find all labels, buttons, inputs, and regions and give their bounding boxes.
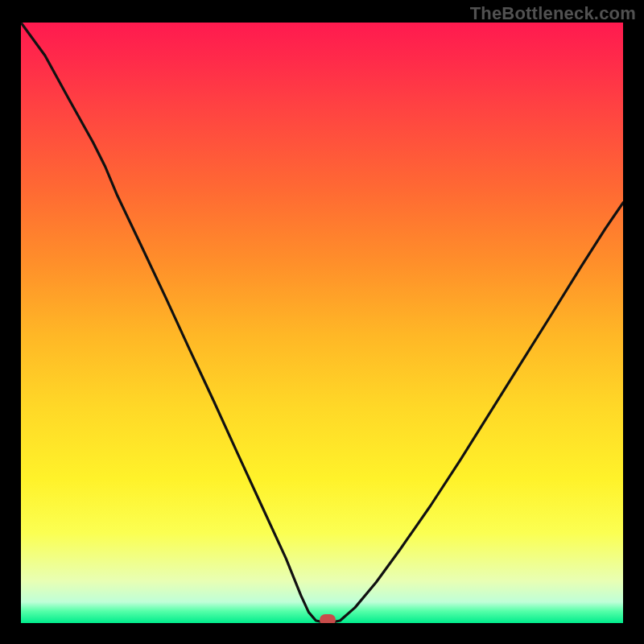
bottleneck-curve xyxy=(21,23,623,623)
chart-container: TheBottleneck.com xyxy=(0,0,644,644)
plot-area xyxy=(21,23,623,623)
watermark-text: TheBottleneck.com xyxy=(470,3,636,24)
trough-marker xyxy=(320,614,336,623)
